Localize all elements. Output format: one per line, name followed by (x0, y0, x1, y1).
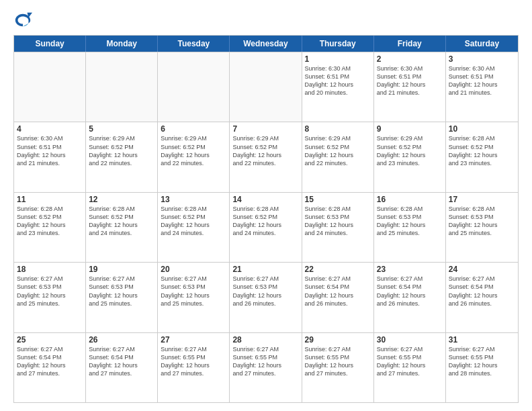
cal-cell: 24Sunrise: 6:27 AM Sunset: 6:54 PM Dayli… (446, 263, 518, 332)
cal-cell: 29Sunrise: 6:27 AM Sunset: 6:55 PM Dayli… (302, 333, 374, 402)
cal-cell: 7Sunrise: 6:29 AM Sunset: 6:52 PM Daylig… (230, 122, 302, 191)
day-info: Sunrise: 6:27 AM Sunset: 6:54 PM Dayligh… (449, 275, 515, 308)
logo (13, 11, 35, 30)
cal-cell: 1Sunrise: 6:30 AM Sunset: 6:51 PM Daylig… (302, 52, 374, 122)
cal-cell: 12Sunrise: 6:28 AM Sunset: 6:52 PM Dayli… (86, 193, 158, 262)
cal-cell: 17Sunrise: 6:28 AM Sunset: 6:53 PM Dayli… (446, 193, 518, 262)
cal-cell: 11Sunrise: 6:28 AM Sunset: 6:52 PM Dayli… (14, 193, 86, 262)
cal-cell: 31Sunrise: 6:27 AM Sunset: 6:55 PM Dayli… (446, 333, 518, 402)
cal-header-thursday: Thursday (302, 36, 374, 52)
day-info: Sunrise: 6:29 AM Sunset: 6:52 PM Dayligh… (232, 134, 298, 167)
cal-cell: 4Sunrise: 6:30 AM Sunset: 6:51 PM Daylig… (14, 122, 86, 191)
calendar-header-row: SundayMondayTuesdayWednesdayThursdayFrid… (14, 36, 518, 52)
day-info: Sunrise: 6:27 AM Sunset: 6:55 PM Dayligh… (449, 345, 515, 378)
day-info: Sunrise: 6:27 AM Sunset: 6:53 PM Dayligh… (17, 275, 83, 308)
cal-cell: 8Sunrise: 6:29 AM Sunset: 6:52 PM Daylig… (302, 122, 374, 191)
day-info: Sunrise: 6:28 AM Sunset: 6:52 PM Dayligh… (17, 205, 83, 238)
cal-cell: 30Sunrise: 6:27 AM Sunset: 6:55 PM Dayli… (374, 333, 446, 402)
cal-cell: 27Sunrise: 6:27 AM Sunset: 6:55 PM Dayli… (158, 333, 230, 402)
day-number: 30 (377, 335, 443, 345)
day-info: Sunrise: 6:30 AM Sunset: 6:51 PM Dayligh… (17, 134, 83, 167)
cal-cell (158, 52, 230, 122)
day-number: 19 (89, 265, 154, 274)
day-info: Sunrise: 6:27 AM Sunset: 6:53 PM Dayligh… (161, 275, 226, 308)
day-number: 28 (232, 335, 298, 345)
day-number: 3 (449, 54, 515, 64)
cal-week-3: 11Sunrise: 6:28 AM Sunset: 6:52 PM Dayli… (14, 192, 518, 262)
day-number: 22 (305, 265, 371, 274)
cal-header-wednesday: Wednesday (230, 36, 302, 52)
page: SundayMondayTuesdayWednesdayThursdayFrid… (0, 0, 532, 411)
calendar: SundayMondayTuesdayWednesdayThursdayFrid… (13, 35, 519, 403)
day-number: 31 (449, 335, 515, 345)
cal-week-1: 1Sunrise: 6:30 AM Sunset: 6:51 PM Daylig… (14, 52, 518, 122)
cal-header-monday: Monday (86, 36, 158, 52)
day-number: 25 (17, 335, 83, 345)
day-info: Sunrise: 6:29 AM Sunset: 6:52 PM Dayligh… (89, 134, 154, 167)
cal-header-friday: Friday (374, 36, 446, 52)
day-info: Sunrise: 6:27 AM Sunset: 6:53 PM Dayligh… (232, 275, 298, 308)
cal-cell: 26Sunrise: 6:27 AM Sunset: 6:54 PM Dayli… (86, 333, 158, 402)
day-number: 20 (161, 265, 226, 274)
cal-cell: 9Sunrise: 6:29 AM Sunset: 6:52 PM Daylig… (374, 122, 446, 191)
cal-cell: 5Sunrise: 6:29 AM Sunset: 6:52 PM Daylig… (86, 122, 158, 191)
cal-cell: 28Sunrise: 6:27 AM Sunset: 6:55 PM Dayli… (230, 333, 302, 402)
day-number: 10 (449, 124, 515, 134)
day-info: Sunrise: 6:27 AM Sunset: 6:55 PM Dayligh… (232, 345, 298, 378)
day-info: Sunrise: 6:28 AM Sunset: 6:52 PM Dayligh… (449, 134, 515, 167)
day-number: 16 (377, 195, 443, 204)
day-info: Sunrise: 6:28 AM Sunset: 6:53 PM Dayligh… (377, 205, 443, 238)
cal-header-saturday: Saturday (446, 36, 518, 52)
day-info: Sunrise: 6:27 AM Sunset: 6:54 PM Dayligh… (377, 275, 443, 308)
day-info: Sunrise: 6:28 AM Sunset: 6:53 PM Dayligh… (305, 205, 371, 238)
cal-cell: 14Sunrise: 6:28 AM Sunset: 6:52 PM Dayli… (230, 193, 302, 262)
cal-cell: 18Sunrise: 6:27 AM Sunset: 6:53 PM Dayli… (14, 263, 86, 332)
day-number: 9 (377, 124, 443, 134)
cal-cell: 15Sunrise: 6:28 AM Sunset: 6:53 PM Dayli… (302, 193, 374, 262)
day-number: 8 (305, 124, 371, 134)
day-info: Sunrise: 6:27 AM Sunset: 6:55 PM Dayligh… (161, 345, 226, 378)
day-number: 13 (161, 195, 226, 204)
cal-cell: 25Sunrise: 6:27 AM Sunset: 6:54 PM Dayli… (14, 333, 86, 402)
cal-header-sunday: Sunday (14, 36, 86, 52)
day-number: 26 (89, 335, 154, 345)
day-info: Sunrise: 6:27 AM Sunset: 6:54 PM Dayligh… (89, 345, 154, 378)
day-info: Sunrise: 6:29 AM Sunset: 6:52 PM Dayligh… (305, 134, 371, 167)
cal-week-4: 18Sunrise: 6:27 AM Sunset: 6:53 PM Dayli… (14, 262, 518, 332)
day-number: 29 (305, 335, 371, 345)
day-number: 12 (89, 195, 154, 204)
cal-week-5: 25Sunrise: 6:27 AM Sunset: 6:54 PM Dayli… (14, 332, 518, 402)
cal-cell: 22Sunrise: 6:27 AM Sunset: 6:54 PM Dayli… (302, 263, 374, 332)
cal-cell (14, 52, 86, 122)
cal-cell: 20Sunrise: 6:27 AM Sunset: 6:53 PM Dayli… (158, 263, 230, 332)
day-number: 2 (377, 54, 443, 64)
cal-cell: 2Sunrise: 6:30 AM Sunset: 6:51 PM Daylig… (374, 52, 446, 122)
day-info: Sunrise: 6:27 AM Sunset: 6:53 PM Dayligh… (89, 275, 154, 308)
day-info: Sunrise: 6:27 AM Sunset: 6:55 PM Dayligh… (377, 345, 443, 378)
day-number: 17 (449, 195, 515, 204)
day-info: Sunrise: 6:28 AM Sunset: 6:52 PM Dayligh… (232, 205, 298, 238)
cal-week-2: 4Sunrise: 6:30 AM Sunset: 6:51 PM Daylig… (14, 122, 518, 191)
cal-cell: 21Sunrise: 6:27 AM Sunset: 6:53 PM Dayli… (230, 263, 302, 332)
day-info: Sunrise: 6:30 AM Sunset: 6:51 PM Dayligh… (449, 64, 515, 97)
header (13, 11, 519, 30)
day-number: 27 (161, 335, 226, 345)
calendar-body: 1Sunrise: 6:30 AM Sunset: 6:51 PM Daylig… (14, 52, 518, 402)
day-info: Sunrise: 6:29 AM Sunset: 6:52 PM Dayligh… (377, 134, 443, 167)
cal-cell: 16Sunrise: 6:28 AM Sunset: 6:53 PM Dayli… (374, 193, 446, 262)
day-info: Sunrise: 6:28 AM Sunset: 6:53 PM Dayligh… (449, 205, 515, 238)
cal-cell (230, 52, 302, 122)
cal-cell (86, 52, 158, 122)
day-number: 18 (17, 265, 83, 274)
cal-cell: 10Sunrise: 6:28 AM Sunset: 6:52 PM Dayli… (446, 122, 518, 191)
day-number: 11 (17, 195, 83, 204)
day-number: 7 (232, 124, 298, 134)
day-number: 5 (89, 124, 154, 134)
day-number: 14 (232, 195, 298, 204)
cal-cell: 13Sunrise: 6:28 AM Sunset: 6:52 PM Dayli… (158, 193, 230, 262)
day-info: Sunrise: 6:27 AM Sunset: 6:54 PM Dayligh… (305, 275, 371, 308)
day-info: Sunrise: 6:29 AM Sunset: 6:52 PM Dayligh… (161, 134, 226, 167)
day-number: 24 (449, 265, 515, 274)
day-info: Sunrise: 6:28 AM Sunset: 6:52 PM Dayligh… (161, 205, 226, 238)
cal-header-tuesday: Tuesday (158, 36, 230, 52)
